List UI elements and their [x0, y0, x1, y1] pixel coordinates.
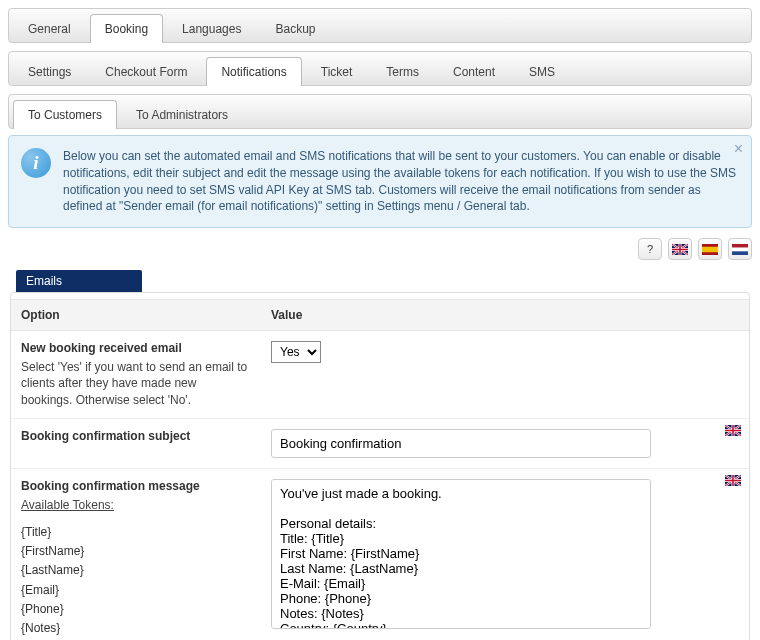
close-icon[interactable]: × — [734, 140, 743, 158]
tab-checkout-form[interactable]: Checkout Form — [90, 57, 202, 86]
tab-backup[interactable]: Backup — [260, 14, 330, 43]
lang-en-button[interactable] — [668, 238, 692, 260]
emails-table: Option Value New booking received email … — [11, 299, 749, 640]
confirmation-subject-input[interactable] — [271, 429, 651, 458]
row-new-booking-email: New booking received email Select 'Yes' … — [11, 331, 749, 419]
opt-subtitle: Available Tokens: — [21, 497, 251, 513]
tab-notifications[interactable]: Notifications — [206, 57, 301, 86]
tabs-mid: Settings Checkout Form Notifications Tic… — [8, 51, 752, 86]
help-button[interactable]: ? — [638, 238, 662, 260]
tab-ticket[interactable]: Ticket — [306, 57, 368, 86]
info-text: Below you can set the automated email an… — [63, 148, 741, 215]
flag-nl-icon — [732, 244, 748, 255]
row-confirmation-subject: Booking confirmation subject — [11, 418, 749, 468]
tab-sms[interactable]: SMS — [514, 57, 570, 86]
info-icon: i — [21, 148, 51, 178]
row-confirmation-message: Booking confirmation message Available T… — [11, 468, 749, 640]
new-booking-email-select[interactable]: Yes — [271, 341, 321, 363]
svg-rect-7 — [732, 244, 748, 248]
flag-uk-icon — [725, 475, 741, 486]
confirmation-message-textarea[interactable] — [271, 479, 651, 629]
opt-title: Booking confirmation subject — [21, 429, 251, 443]
lang-nl-button[interactable] — [728, 238, 752, 260]
token-item: {Notes} — [21, 619, 251, 638]
info-box: i Below you can set the automated email … — [8, 135, 752, 228]
flag-uk-icon — [672, 244, 688, 255]
svg-rect-9 — [732, 251, 748, 255]
tab-languages[interactable]: Languages — [167, 14, 256, 43]
lang-toolbar: ? — [8, 238, 752, 260]
svg-rect-19 — [725, 479, 741, 481]
tab-to-customers[interactable]: To Customers — [13, 100, 117, 129]
tab-terms[interactable]: Terms — [371, 57, 434, 86]
opt-desc: Select 'Yes' if you want to send an emai… — [21, 359, 251, 408]
token-item: {Title} — [21, 523, 251, 542]
tab-booking[interactable]: Booking — [90, 14, 163, 43]
svg-rect-6 — [702, 246, 718, 252]
flag-es-icon — [702, 244, 718, 255]
panel-emails: Option Value New booking received email … — [10, 292, 750, 640]
tab-settings[interactable]: Settings — [13, 57, 86, 86]
lang-es-button[interactable] — [698, 238, 722, 260]
token-item: {Phone} — [21, 600, 251, 619]
tab-general[interactable]: General — [13, 14, 86, 43]
flag-uk-icon — [725, 425, 741, 436]
svg-rect-8 — [732, 247, 748, 251]
panel-title-emails: Emails — [16, 270, 142, 292]
opt-title: New booking received email — [21, 341, 251, 355]
tabs-inner: To Customers To Administrators — [8, 94, 752, 129]
tabs-top: General Booking Languages Backup — [8, 8, 752, 43]
svg-rect-14 — [725, 429, 741, 431]
th-option: Option — [11, 300, 261, 331]
tab-content[interactable]: Content — [438, 57, 510, 86]
th-value: Value — [261, 300, 749, 331]
tokens-list: {Title} {FirstName} {LastName} {Email} {… — [21, 523, 251, 640]
opt-title: Booking confirmation message — [21, 479, 251, 493]
token-item: {Email} — [21, 581, 251, 600]
svg-rect-4 — [672, 248, 688, 250]
tab-to-administrators[interactable]: To Administrators — [121, 100, 243, 129]
token-item: {FirstName} — [21, 542, 251, 561]
token-item: {LastName} — [21, 561, 251, 580]
